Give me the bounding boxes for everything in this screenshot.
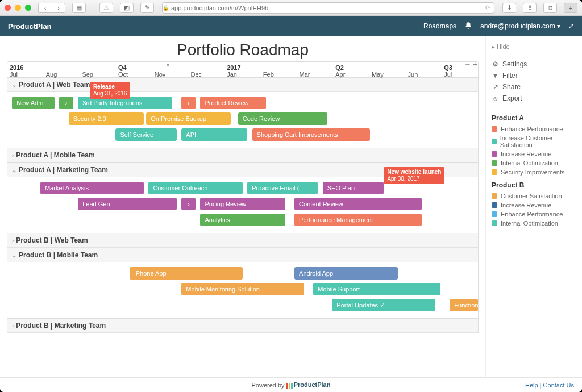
lane: ›Product A | Mobile Team (7, 148, 479, 163)
legend-item[interactable]: Increase Revenue (492, 201, 576, 210)
filter-menu-item[interactable]: ▼Filter (492, 70, 576, 81)
share-button[interactable]: ⇪ (523, 3, 537, 13)
user-menu[interactable]: andre@productplan.com ▾ (480, 22, 560, 30)
roadmap-bar[interactable]: Proactive Email ( (247, 182, 318, 194)
legend-item[interactable]: Enhance Performance (492, 124, 576, 134)
tabs-button[interactable]: ⧉ (543, 3, 557, 13)
legend-title: Product A (492, 114, 576, 122)
legend-label: Increase Customer Satisfaction (500, 135, 576, 148)
new-tab-button[interactable]: + (564, 3, 577, 13)
chevron-icon: ⌄ (12, 82, 16, 88)
legend-label: Increase Revenue (501, 202, 551, 208)
lane-header[interactable]: ⌄Product A | Web Team (7, 78, 478, 92)
roadmap-bar[interactable]: Mobile Support (313, 283, 440, 295)
contact-link[interactable]: Contact Us (543, 382, 574, 389)
lane-header[interactable]: ›Product B | Marketing Team (7, 319, 478, 333)
legend-item[interactable]: Customer Satisfaction (492, 191, 576, 201)
reload-icon[interactable]: ⟳ (485, 4, 490, 11)
roadmap-bar[interactable]: Code Review (238, 112, 327, 125)
legend-item[interactable]: Security Improvements (492, 168, 576, 177)
sidebar-toggle-button[interactable]: ▤ (72, 3, 86, 13)
share-menu-item[interactable]: ↗Share (492, 81, 576, 93)
dependency-arrow[interactable]: › (181, 198, 196, 210)
hide-sidebar-button[interactable]: ▸ Hide (492, 43, 576, 51)
close-window-button[interactable] (5, 5, 11, 11)
roadmap-main: Portfolio Roadmap − + 2016Q42017Q2Q3JulA… (0, 36, 485, 377)
lane-body: New Adm›3rd Party Integrations›Product R… (7, 92, 478, 148)
roadmap-bar[interactable]: Function (450, 299, 478, 311)
legend-item[interactable]: Increase Customer Satisfaction (492, 134, 576, 149)
back-button[interactable]: ‹ (38, 3, 52, 13)
lane-title: Product B | Web Team (16, 236, 88, 244)
roadmap-bar[interactable]: Security 2.0 (69, 112, 144, 125)
download-button[interactable]: ⬇ (502, 3, 516, 13)
legend-title: Product B (492, 181, 576, 189)
fullscreen-icon[interactable]: ⤢ (568, 22, 574, 30)
lane-header[interactable]: ›Product B | Web Team (7, 233, 478, 248)
roadmap-bar[interactable]: SEO Plan (323, 182, 384, 194)
roadmap-bar[interactable]: On Premise Backup (146, 112, 231, 125)
dependency-arrow[interactable]: › (59, 97, 73, 109)
legend-item[interactable]: Enhance Performance (492, 210, 576, 219)
roadmap-bar[interactable]: API (181, 128, 247, 141)
chevron-icon: ⌄ (12, 252, 16, 258)
forward-button[interactable]: › (52, 3, 65, 13)
roadmap-bar[interactable]: Market Analysis (40, 182, 144, 194)
legend-label: Enhance Performance (501, 126, 563, 132)
roadmap-bar[interactable]: New Adm (12, 97, 55, 109)
url-text: app.productplan.com/m/WpnfEH9b (171, 5, 268, 11)
warning-icon[interactable]: ⚠ (99, 3, 113, 13)
legend-label: Enhance Performance (501, 211, 563, 218)
roadmap-bar[interactable]: Product Review (200, 97, 266, 109)
browser-titlebar: ‹ › ▤ ⚠ ◩ ✎ 🔒 app.productplan.com/m/Wpnf… (0, 0, 582, 16)
page-title: Portfolio Roadmap (7, 41, 479, 59)
lane-body: iPhone AppAndroid AppMobile Monitoring S… (7, 262, 478, 318)
share-icon: ↗ (492, 83, 499, 91)
roadmap-bar[interactable]: Analytics (200, 214, 285, 226)
roadmap-bar[interactable]: Portal Updates ✓ (332, 299, 435, 311)
roadmap-bar[interactable]: Content Review (294, 198, 422, 210)
maximize-window-button[interactable] (25, 5, 31, 11)
chevron-icon: ⌄ (12, 167, 16, 173)
app-topbar: ProductPlan Roadmaps andre@productplan.c… (0, 16, 582, 36)
roadmap-bar[interactable]: Self Service (115, 128, 177, 141)
productplan-logo[interactable]: ProductPlan (286, 381, 331, 388)
roadmap-bar[interactable]: Mobile Monitoring Solution (181, 283, 304, 295)
roadmap-bar[interactable]: Pricing Review (200, 198, 285, 210)
legend-item[interactable]: Internal Optimization (492, 219, 576, 228)
footer: Powered by ProductPlan Help | Contact Us (0, 377, 582, 392)
legend-item[interactable]: Increase Revenue (492, 149, 576, 159)
settings-menu-item[interactable]: ⚙Settings (492, 59, 576, 70)
window-controls (5, 5, 31, 11)
roadmap-bar[interactable]: Performance Management (294, 214, 422, 226)
app-window: ‹ › ▤ ⚠ ◩ ✎ 🔒 app.productplan.com/m/Wpnf… (0, 0, 582, 392)
export-menu-item[interactable]: ⎋Export (492, 93, 576, 104)
milestone-label[interactable]: New website launchApr 30, 2017 (384, 167, 444, 184)
legend-swatch (492, 220, 497, 226)
roadmap-bar[interactable]: Android App (294, 267, 398, 280)
lane-header[interactable]: ⌄Product B | Mobile Team (7, 248, 478, 262)
right-sidebar: ▸ Hide ⚙Settings ▼Filter ↗Share ⎋Export … (485, 36, 582, 377)
export-icon: ⎋ (492, 94, 499, 102)
lane-header[interactable]: ›Product A | Mobile Team (7, 148, 478, 162)
nav-roadmaps[interactable]: Roadmaps (423, 22, 456, 30)
legend-item[interactable]: Internal Optimization (492, 159, 576, 168)
roadmap-bar[interactable]: Lead Gen (78, 198, 177, 210)
lane: ⌄Product A | Web TeamNew Adm›3rd Party I… (7, 77, 479, 148)
brand-logo[interactable]: ProductPlan (8, 22, 52, 31)
dependency-arrow[interactable]: › (181, 97, 196, 109)
roadmap-bar[interactable]: Customer Outreach (148, 182, 243, 194)
resize-icon[interactable]: ◩ (120, 3, 134, 13)
milestone-label[interactable]: ReleaseAug 31, 2016 (90, 82, 131, 99)
roadmap-bar[interactable]: Shopping Cart Improvements (252, 128, 370, 141)
help-link[interactable]: Help (525, 382, 538, 389)
lock-icon: 🔒 (163, 5, 169, 11)
wand-icon[interactable]: ✎ (140, 3, 154, 13)
legend-swatch (492, 126, 497, 132)
notifications-icon[interactable] (464, 22, 472, 31)
url-bar[interactable]: 🔒 app.productplan.com/m/WpnfEH9b ⟳ (162, 2, 494, 14)
minimize-window-button[interactable] (15, 5, 21, 11)
roadmap-bar[interactable]: iPhone App (130, 267, 243, 280)
lane: ⌄Product A | Marketing TeamMarket Analys… (7, 162, 479, 233)
lane-title: Product B | Mobile Team (19, 251, 98, 259)
